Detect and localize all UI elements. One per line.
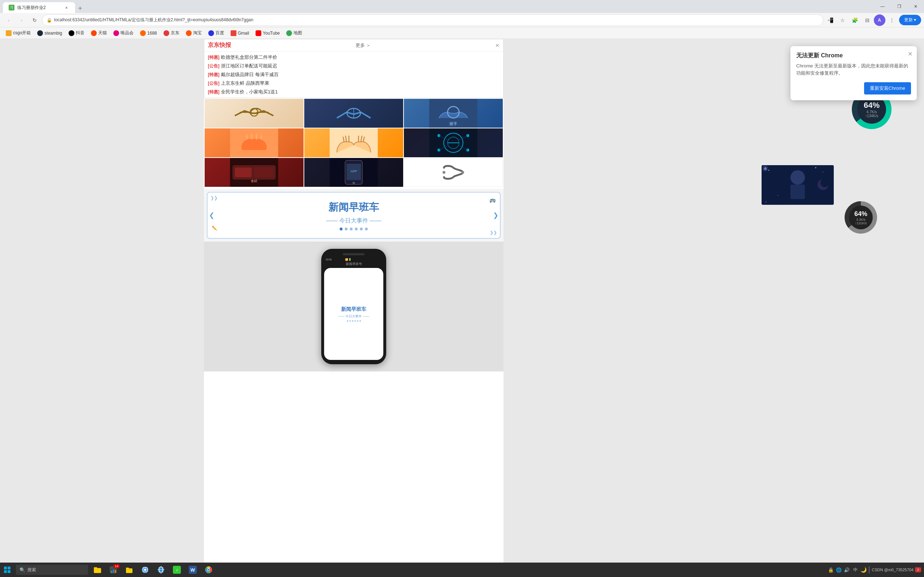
csdn-badge[interactable]: 2: [915, 567, 921, 572]
grid-cell-8: APP: [304, 158, 403, 187]
jd-tag-3: [特惠]: [208, 72, 220, 78]
new-tab-button[interactable]: ＋: [75, 3, 85, 13]
jd-tag-5: [特惠]: [208, 89, 220, 95]
cast-icon[interactable]: 📲: [825, 15, 836, 26]
popup-close-button[interactable]: ✕: [908, 50, 913, 57]
phone-dot-1: [347, 320, 348, 322]
grid-cell-7: 食材: [205, 158, 304, 187]
profile-button[interactable]: A: [874, 15, 885, 26]
refresh-button[interactable]: ↻: [29, 15, 40, 26]
svg-point-42: [821, 179, 829, 187]
bookmark-douyin[interactable]: 抖音: [66, 29, 87, 37]
taskbar-task-manager[interactable]: 14: [105, 562, 121, 577]
tray-lock-icon[interactable]: 🔒: [827, 566, 835, 574]
taskbar-apps: 14: [89, 562, 216, 577]
bookmark-jd-label: 京东: [171, 30, 179, 36]
cpu-ring-inner-small: 64% 3.3K/s ↑131K/s: [849, 206, 873, 229]
ie-icon: [157, 566, 165, 574]
minimize-button[interactable]: —: [874, 0, 891, 13]
jd-tag-1: [特惠]: [208, 55, 220, 61]
taskbar-word[interactable]: W: [185, 562, 201, 577]
taskbar-ie[interactable]: [153, 562, 169, 577]
bookmark-csgo-label: csgo开箱: [13, 30, 31, 36]
jd-news-item-3[interactable]: [特惠] 戴尔超级品牌日 每满千减百: [208, 70, 499, 79]
cpu-speed-small: 3.3K/s ↑131K/s: [855, 218, 867, 225]
cpu-percent-large: 64%: [864, 101, 880, 110]
jd-close-button[interactable]: ✕: [495, 43, 499, 48]
bookmark-vip[interactable]: 唯品会: [110, 29, 136, 37]
taskbar-settings[interactable]: [137, 562, 153, 577]
jd-news-item-5[interactable]: [特惠] 全民学生价，小家电买1送1: [208, 88, 499, 96]
bookmark-star-icon[interactable]: ☆: [837, 15, 848, 26]
taskbar-search[interactable]: 🔍 搜索: [16, 565, 88, 575]
tray-volume-icon[interactable]: 🔊: [843, 566, 850, 574]
menu-icon[interactable]: ⋮: [886, 15, 898, 26]
reinstall-chrome-button[interactable]: 重新安装Chrome: [864, 82, 911, 95]
jd-news-item-1[interactable]: [特惠] 欧德堡礼盒部分第二件半价: [208, 53, 499, 62]
taskbar-folder[interactable]: [121, 562, 137, 577]
main-panel: 京东快报 更多 ＞ ✕ [特惠] 欧德堡礼盒部分第二件半价 [公告] 浙江地区订…: [204, 39, 504, 562]
night-mode-icon[interactable]: 🌙: [861, 567, 867, 573]
svg-point-38: [822, 172, 823, 172]
cpu-monitor-small: 64% 3.3K/s ↑131K/s: [845, 201, 881, 237]
jd-text-1: 欧德堡礼盒部分第二件半价: [221, 54, 277, 61]
taskbar-right: 🔒 🌐 🔊 中 🌙 CSDN @m0_73525704 2: [827, 566, 924, 574]
bookmark-steambig[interactable]: steambig: [34, 29, 65, 37]
extensions-icon[interactable]: 🧩: [849, 15, 861, 26]
start-button[interactable]: [0, 562, 15, 577]
bookmark-1688[interactable]: 1688: [137, 29, 160, 37]
close-window-button[interactable]: ✕: [908, 0, 924, 13]
bookmark-tianmao[interactable]: 天猫: [88, 29, 110, 37]
tab-close-button[interactable]: ✕: [63, 5, 69, 10]
sidebar-icon[interactable]: ⊟: [861, 15, 873, 26]
bookmark-gmail[interactable]: Gmail: [228, 29, 252, 37]
taskbar-chrome[interactable]: [201, 562, 216, 577]
search-glass-icon: 🔍: [19, 567, 25, 573]
steam-icon: [37, 30, 43, 36]
bookmark-jd[interactable]: 京东: [161, 29, 182, 37]
active-tab[interactable]: 习 练习册朋作业2 ✕: [3, 2, 75, 13]
svg-rect-23: [235, 168, 252, 177]
bookmark-maps-label: 地图: [294, 30, 302, 36]
dot-4: [355, 227, 358, 230]
news-bus-title: 新闻早班车: [328, 200, 379, 214]
bookmark-steambig-label: steambig: [44, 31, 62, 36]
tray-network-icon[interactable]: 🌐: [835, 566, 842, 574]
url-bar[interactable]: 🔒 localhost:63342/untitled1/HTML/HTMLa/定…: [42, 15, 823, 26]
dot-3: [350, 227, 353, 230]
bookmark-taobao[interactable]: 淘宝: [183, 29, 205, 37]
bookmark-youtube[interactable]: YouTube: [253, 29, 283, 37]
tab-container: 习 练习册朋作业2 ✕ ＋: [3, 0, 85, 13]
forward-button[interactable]: ›: [16, 15, 27, 26]
svg-point-56: [144, 569, 146, 571]
svg-rect-49: [111, 571, 112, 573]
svg-rect-9: [330, 128, 378, 157]
bookmark-csgo[interactable]: csgo开箱: [3, 29, 34, 37]
news-bus-card: ❯❯ ❯❯ 🚌 ✏️ 新闻早班车 —— 今日大事件 ——: [207, 192, 501, 239]
phone-dots: [347, 320, 361, 322]
address-bar: ‹ › ↻ 🔒 localhost:63342/untitled1/HTML/H…: [0, 13, 924, 27]
bookmark-baidu[interactable]: 百度: [205, 29, 227, 37]
jd-more-button[interactable]: 更多 ＞: [355, 42, 371, 49]
dot-2: [345, 227, 347, 230]
svg-point-29: [353, 182, 355, 184]
svg-text:W: W: [191, 567, 195, 573]
jd-news-item-2[interactable]: [公告] 浙江地区订单配送可能延迟: [208, 62, 499, 70]
input-method-button[interactable]: 中: [852, 567, 859, 573]
update-button[interactable]: 更新 ▾: [899, 15, 921, 25]
csgo-icon: [6, 30, 11, 36]
bookmark-youtube-label: YouTube: [263, 31, 280, 36]
bookmarks-bar: csgo开箱 steambig 抖音 天猫 唯品会 1688 京东 淘宝 百度 …: [0, 27, 924, 39]
back-button[interactable]: ‹: [3, 15, 15, 26]
jd-news-item-4[interactable]: [公告] 上京东生鲜 品陕西苹果: [208, 79, 499, 88]
svg-text:♪: ♪: [765, 200, 767, 203]
restore-button[interactable]: ❐: [891, 0, 908, 13]
taskbar-file-manager[interactable]: [89, 562, 105, 577]
bookmark-taobao-label: 淘宝: [193, 30, 202, 36]
csdn-widget: CSDN @m0_73525704 2: [872, 567, 921, 572]
bookmark-douyin-label: 抖音: [76, 30, 84, 36]
svg-text:APP: APP: [351, 169, 357, 173]
taskbar-music[interactable]: ♪: [169, 562, 185, 577]
svg-rect-31: [430, 158, 477, 187]
bookmark-maps[interactable]: 地图: [283, 29, 305, 37]
